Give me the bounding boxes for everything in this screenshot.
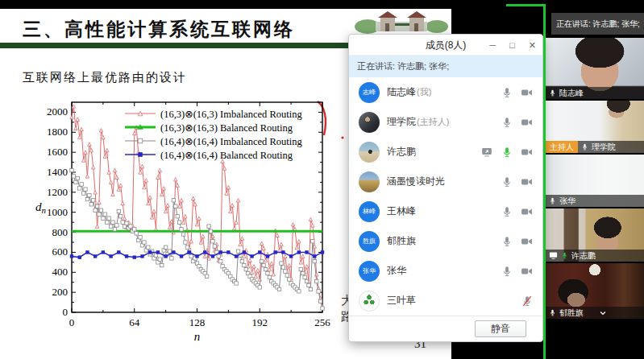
camera-icon[interactable] [521, 236, 533, 247]
svg-text:800: 800 [52, 226, 69, 238]
svg-text:256: 256 [314, 316, 330, 328]
svg-text:(16,4)⊗(16,4) Balanced Routing: (16,4)⊗(16,4) Balanced Routing [160, 150, 293, 161]
video-tile-xuzhipeng[interactable]: 许志鹏 [546, 208, 644, 262]
video-name-label: 陆志峰 [559, 88, 584, 99]
avatar: 胜旗 [359, 231, 380, 252]
member-row-yushengqi[interactable]: 胜旗 郁胜旗 [349, 226, 542, 256]
mic-icon[interactable] [501, 87, 513, 98]
svg-text:dn: dn [35, 200, 47, 215]
member-list: 志峰 陆志峰 (我) 理学院 (主持人) 许志鹏 [349, 77, 542, 316]
svg-text:n: n [194, 330, 201, 343]
speaking-now-banner: 正在讲话: 许志鹏; 张华; [349, 56, 542, 77]
svg-text:0: 0 [63, 306, 69, 318]
mic-icon[interactable] [501, 236, 513, 247]
video-sidebar: 正在讲话: 许志鹏; 张华; 陆志峰 主持人 理学院 张华 [546, 0, 644, 359]
member-suffix: (我) [417, 86, 431, 98]
member-row-xuzhipeng[interactable]: 许志鹏 [349, 137, 542, 167]
mic-active-icon [561, 251, 568, 260]
speaking-now-label: 正在讲话: 许志鹏; 张华; [551, 13, 644, 35]
video-tile-zhanghua[interactable]: 张华 [546, 155, 644, 207]
svg-text:192: 192 [252, 316, 268, 328]
camera-icon[interactable] [521, 176, 533, 188]
mic-active-icon[interactable] [501, 146, 513, 158]
mic-icon[interactable] [501, 176, 513, 188]
routing-chart: 0200400600800100012001400160018002000064… [31, 93, 358, 359]
mic-icon[interactable] [501, 117, 513, 128]
mic-icon[interactable] [501, 266, 513, 277]
avatar [359, 171, 380, 192]
video-name-label: 理学院 [592, 142, 616, 153]
mic-icon[interactable] [501, 206, 513, 217]
member-name: 涵墨慢读时光 [387, 175, 445, 188]
screen-share-icon[interactable] [480, 146, 493, 158]
member-row-hanmo[interactable]: 涵墨慢读时光 [349, 167, 542, 196]
avatar: 林峰 [359, 201, 380, 222]
member-row-lixueyuan[interactable]: 理学院 (主持人) [349, 107, 542, 137]
share-border-right [543, 4, 546, 359]
svg-text:128: 128 [189, 316, 206, 328]
camera-icon[interactable] [521, 206, 533, 217]
maximize-button[interactable]: □ [509, 35, 515, 56]
svg-text:400: 400 [52, 266, 69, 278]
camera-icon[interactable] [521, 87, 533, 98]
member-name: 张华 [387, 264, 406, 278]
svg-text:1200: 1200 [47, 186, 68, 198]
member-name: 陆志峰 [387, 85, 416, 99]
mic-icon [581, 142, 588, 151]
avatar [359, 142, 380, 163]
svg-text:0: 0 [69, 316, 75, 328]
mic-muted-icon[interactable] [521, 295, 533, 307]
member-row-zhanghua[interactable]: 张华 张华 [349, 256, 542, 286]
meeting-app-window: 三、高性能计算系统互联网络 互联网络上最优路由的设计 [0, 0, 644, 359]
video-tile-lixueyuan[interactable]: 主持人 理学院 [546, 101, 644, 153]
video-name-label: 郁胜旗 [559, 307, 584, 319]
member-suffix: (主持人) [417, 116, 449, 128]
member-row-luzhifeng[interactable]: 志峰 陆志峰 (我) [349, 77, 542, 107]
mic-icon [549, 308, 556, 317]
camera-icon[interactable] [521, 117, 533, 128]
members-panel-title: 成员(8人) [426, 39, 467, 51]
svg-text:(16,3)⊗(16,3) Balanced Routing: (16,3)⊗(16,3) Balanced Routing [160, 122, 293, 134]
svg-text:1000: 1000 [47, 206, 68, 218]
avatar: 张华 [359, 261, 380, 282]
video-tile-yushengqi[interactable]: 郁胜旗 [546, 263, 644, 319]
video-tile-luzhifeng[interactable]: 陆志峰 [546, 38, 644, 99]
slide-subtitle: 互联网络上最优路由的设计 [23, 70, 187, 85]
svg-text:1600: 1600 [47, 146, 68, 158]
avatar: 志峰 [359, 82, 380, 103]
slide-title: 三、高性能计算系统互联网络 [23, 17, 295, 42]
member-name: 郁胜旗 [387, 234, 416, 248]
svg-text:(16,3)⊗(16,3) Imbalanced Routi: (16,3)⊗(16,3) Imbalanced Routing [160, 109, 302, 120]
svg-text:2000: 2000 [47, 105, 68, 118]
close-button[interactable]: ✕ [529, 35, 536, 56]
svg-text:600: 600 [52, 246, 69, 258]
avatar [359, 112, 380, 133]
host-badge: 主持人 [546, 141, 578, 153]
member-row-sanyecao[interactable]: 三叶草 [349, 286, 542, 316]
svg-text:1800: 1800 [47, 126, 68, 138]
campus-building-image [353, 9, 450, 35]
camera-icon[interactable] [521, 266, 533, 277]
member-name: 王林峰 [387, 204, 416, 218]
avatar [359, 291, 380, 312]
chart-svg: 0200400600800100012001400160018002000064… [31, 93, 358, 359]
member-name: 三叶草 [387, 294, 416, 307]
member-row-wanglinfeng[interactable]: 林峰 王林峰 [349, 196, 542, 226]
chevron-down-icon[interactable] [598, 309, 608, 317]
mic-icon [549, 196, 556, 205]
video-name-label: 张华 [559, 196, 575, 207]
red-pen-annotation [318, 101, 344, 139]
members-panel-footer: 静音 [349, 316, 542, 341]
share-border-top [506, 4, 546, 6]
minimize-button[interactable]: ─ [489, 35, 496, 56]
svg-text:(16,4)⊗(16,4) Imbalanced Routi: (16,4)⊗(16,4) Imbalanced Routing [160, 136, 302, 147]
mute-button[interactable]: 静音 [475, 320, 526, 337]
svg-text:1400: 1400 [47, 166, 68, 178]
svg-text:200: 200 [52, 286, 69, 298]
video-name-label: 许志鹏 [571, 250, 596, 262]
svg-text:64: 64 [129, 316, 140, 328]
member-name: 许志鹏 [387, 145, 416, 159]
mic-icon [549, 89, 556, 97]
camera-icon[interactable] [521, 146, 533, 158]
member-name: 理学院 [387, 115, 416, 129]
